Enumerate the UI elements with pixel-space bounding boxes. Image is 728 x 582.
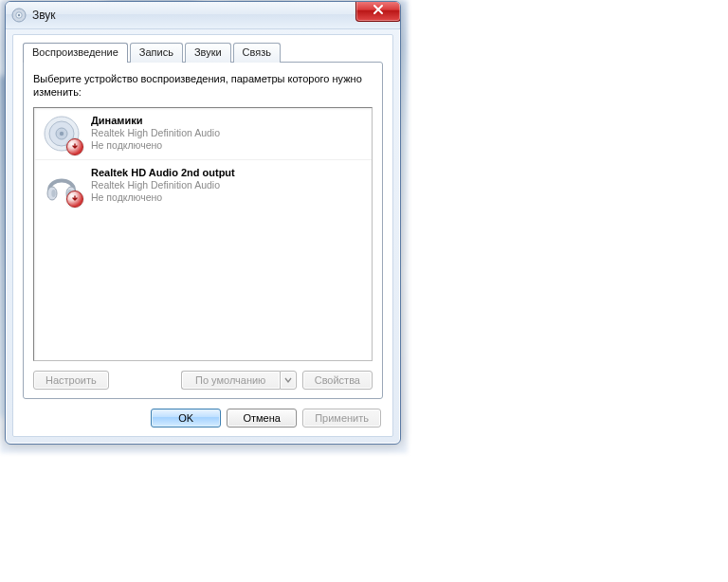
device-item[interactable]: Динамики Realtek High Definition Audio Н… [34,108,372,160]
playback-device-list[interactable]: Динамики Realtek High Definition Audio Н… [33,107,373,361]
device-item[interactable]: Realtek HD Audio 2nd output Realtek High… [34,160,372,211]
device-text: Realtek HD Audio 2nd output Realtek High… [91,166,235,206]
tab-communications[interactable]: Связь [233,43,281,63]
tab-recording[interactable]: Запись [130,43,183,63]
set-default-dropdown[interactable] [280,371,297,390]
properties-button[interactable]: Свойства [302,371,373,390]
svg-point-2 [18,14,20,16]
device-status: Не подключено [91,191,235,204]
unplugged-badge-icon [66,138,83,155]
unplugged-badge-icon [66,191,83,208]
close-icon [373,4,384,18]
device-action-row: Настроить По умолчанию Свойства [33,371,373,390]
set-default-split-button: По умолчанию [181,371,297,390]
device-name: Realtek HD Audio 2nd output [91,167,235,180]
tab-sounds[interactable]: Звуки [185,43,231,63]
headphones-icon [42,166,82,206]
tab-page-playback: Выберите устройство воспроизведения, пар… [23,62,383,399]
dialog-button-row: OK Отмена Применить [23,409,383,427]
tab-strip: Воспроизведение Запись Звуки Связь [23,43,383,63]
speaker-icon [42,114,82,154]
chevron-down-icon [284,374,292,386]
device-driver: Realtek High Definition Audio [91,127,220,139]
tab-playback[interactable]: Воспроизведение [23,43,128,63]
window-title: Звук [32,9,56,22]
set-default-button[interactable]: По умолчанию [181,371,280,390]
svg-point-9 [51,190,55,197]
dialog-client-area: Воспроизведение Запись Звуки Связь Выбер… [12,34,393,437]
svg-point-6 [60,131,64,135]
titlebar[interactable]: Звук [6,2,400,29]
instruction-text: Выберите устройство воспроизведения, пар… [33,72,373,100]
device-text: Динамики Realtek High Definition Audio Н… [91,114,220,154]
ok-button[interactable]: OK [151,409,221,427]
cancel-button[interactable]: Отмена [227,409,297,427]
apply-button[interactable]: Применить [302,409,381,427]
device-driver: Realtek High Definition Audio [91,179,235,191]
configure-button[interactable]: Настроить [33,371,109,390]
device-status: Не подключено [91,139,220,152]
device-name: Динамики [91,115,220,128]
sound-dialog-window: Звук Воспроизведение Запись Звуки Связь … [5,1,401,445]
close-button[interactable] [355,1,401,22]
sound-app-icon [11,8,27,23]
